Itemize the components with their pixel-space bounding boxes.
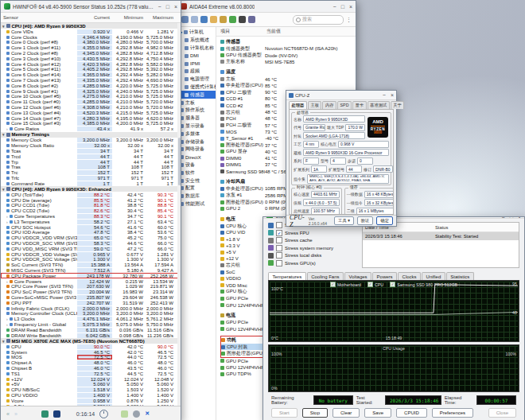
tab-cooling-fans[interactable]: Cooling Fans	[307, 272, 344, 280]
hwinfo-titlebar[interactable]: HWiNFO® 64 v8.40-5900 Sensor Status 10.2…	[1, 1, 181, 13]
stress-option[interactable]: Stress GPU(s)	[268, 260, 357, 266]
sidebar-item-便携式计算机[interactable]: 便携式计算机	[177, 84, 216, 91]
tab-基准测试[interactable]: 基准测试	[368, 101, 390, 109]
sensor-row[interactable]: CPU Die (average)85.5 °C41.2 °C90.1 °C	[1, 197, 181, 203]
sidebar-item-软件[interactable]: 软件	[177, 169, 216, 177]
sensor-row[interactable]: Command Rate1 T1 T1 T	[1, 181, 181, 186]
sensor-row[interactable]: 主板名称MSI MS-7E85	[220, 59, 356, 65]
back-icon[interactable]	[181, 16, 189, 23]
sensor-row[interactable]: CPU VDDIO1.400 V1.400 V1.400 V	[1, 393, 181, 399]
sidebar-item-显示设备[interactable]: 显示设备	[177, 122, 216, 130]
sidebar-item-操作系统[interactable]: 操作系统	[177, 107, 216, 115]
sensor-row[interactable]: MOS72.5 °C44.0 °C72.5 °C	[1, 355, 181, 360]
sensor-row[interactable]: TS172.5 °C44.5 °C72.5 °C	[1, 371, 181, 376]
expand-all-icon[interactable]: »	[14, 411, 18, 417]
sensor-row[interactable]: Core Clocks4,346.4 MHz4,190.0 MHz5,725.0…	[1, 34, 181, 40]
sensor-row[interactable]: MISC Current (SVI3 TFN)7.512 A5.180 A9.4…	[1, 268, 181, 274]
legend-item[interactable]: ✓Motherboard	[330, 282, 361, 287]
sensor-row[interactable]: ›L3 Temperatures58.2 °C27.1 °C63.4 °C	[1, 219, 181, 224]
chart-icon[interactable]	[229, 16, 236, 23]
sensor-row[interactable]: ›Core Powers12.424 W0.215 W13.534 W	[1, 278, 181, 284]
tools-button[interactable]: 工具 ▾	[334, 216, 354, 225]
tab-显卡[interactable]: 显卡	[352, 101, 367, 109]
collapse-all-icon[interactable]: «	[6, 411, 10, 417]
sensor-row[interactable]: +5V5.060 V5.050 V5.060 V	[1, 382, 181, 387]
sensor-row[interactable]: CPU VDD_MISC VRM (SVI3 TFN)59.0 °C47.2 °…	[1, 246, 181, 251]
sensor-row[interactable]: CPU IOD Average47.8 °C38.4 °C53.6 °C	[1, 230, 181, 235]
sensor-row[interactable]: +12V12.024 V12.024 V12.048 V	[1, 376, 181, 382]
preferences-button[interactable]: Preferences	[432, 408, 473, 418]
collapse-caret-icon[interactable]: ▾	[2, 339, 5, 344]
sensor-row[interactable]: Chipset A48.0 °C46.0 °C48.0 °C	[1, 360, 181, 366]
sensor-row[interactable]: CPU90.0 °C42.0 °C90.0 °C	[1, 344, 181, 349]
sensor-row[interactable]: CPU NB/SoC1.518 V1.503 V1.520 V	[1, 387, 181, 393]
sensor-row[interactable]: SoC Current (SVI3 TFN)15.388 A13.564 A17…	[1, 262, 181, 268]
cpuid-button[interactable]: CPUID	[396, 408, 427, 418]
sensor-row[interactable]: CPU SOC Hotspot54.6 °C41.6 °C60.0 °C	[1, 224, 181, 230]
expand-caret-icon[interactable]: ›	[6, 322, 8, 327]
column-sensor[interactable]: Sensor	[1, 15, 77, 20]
sensor-row[interactable]: CPU (Tctl/Tdie)88.2 °C42.4 °C90.3 °C	[1, 192, 181, 197]
sensor-row[interactable]: CPU VDDCR_VDD VRM (SVI3 TFN)65.0 °C45.2 …	[1, 235, 181, 241]
sidebar-item-DMI[interactable]: DMI	[177, 52, 216, 60]
legend-item[interactable]: ✓CPU	[368, 282, 383, 287]
sensor-row[interactable]: System46.5 °C42.0 °C46.5 °C	[1, 349, 181, 355]
aida64-titlebar[interactable]: AIDA64 Extreme v8.00.8000 − □ ×	[177, 1, 356, 13]
stress-option[interactable]: ✓Stress FPU	[268, 230, 357, 236]
collapse-caret-icon[interactable]: ▾	[2, 24, 5, 29]
sensor-row[interactable]: CPU Core Power (SVI3 TFN)207.630 W1.029 …	[1, 284, 181, 290]
sensor-row[interactable]: Core 5 Clock (perf #11)4,405.2 MHz4,292.…	[1, 67, 181, 72]
sensor-row[interactable]: Core 9 Clock (perf #1)4,325.0 MHz4,240.0…	[1, 88, 181, 94]
sensor-row[interactable]: Memory Clock Ratio32.00 x32.00 x32.00 x	[1, 143, 181, 149]
sensor-section-row[interactable]: ▾CPU [#0]: AMD Ryzen 9 9950X3D: Enhanced	[1, 186, 181, 192]
sidebar-item-性能测试[interactable]: 性能测试	[177, 200, 216, 208]
sensor-section-row[interactable]: ▾Memory Timings	[1, 132, 181, 138]
forward-icon[interactable]	[191, 16, 198, 23]
sidebar-item-IPMI[interactable]: IPMI	[177, 60, 216, 68]
expand-caret-icon[interactable]: ›	[6, 317, 8, 321]
sensor-row[interactable]: Vcore0.958 V0.876 V1.250 V	[1, 398, 181, 403]
sensor-row[interactable]: Core 12 Clock (perf #6)4,308.0 MHz4,210.…	[1, 105, 181, 111]
stop-button[interactable]: Stop	[302, 408, 328, 418]
column-maximum[interactable]: Maximum	[146, 15, 176, 20]
close-icon[interactable]: ×	[391, 92, 394, 98]
sensor-row[interactable]: Core 2 Clock (perf #8)4,345.0 MHz4,282.8…	[1, 51, 181, 56]
sensor-row[interactable]: Core 14 Clock (perf #7)4,280.3 MHz4,195.…	[1, 115, 181, 121]
sidebar-item-主板[interactable]: 主板	[177, 99, 216, 107]
tab-temperatures[interactable]: Temperatures	[268, 272, 306, 280]
sensor-row[interactable]: Core 1 Clock (perf #11)4,355.0 MHz4,292.…	[1, 45, 181, 51]
report-icon[interactable]	[220, 16, 227, 23]
maximize-icon[interactable]: □	[341, 4, 344, 10]
sensor-row[interactable]: DRAM Read Bandwidth6.131 GB/s0.036 GB/s1…	[1, 327, 181, 332]
sidebar-item-设备[interactable]: 设备	[177, 161, 216, 169]
sensor-row[interactable]: Trcd44 T44 T44 T	[1, 154, 181, 159]
legend-item[interactable]: ✓Samsung SSD 980 PRO 512GB	[390, 282, 457, 287]
sensor-row[interactable]: Tras108 T108 T108 T	[1, 165, 181, 170]
column-minimum[interactable]: Minimum	[112, 15, 146, 20]
sidebar-item-数据库[interactable]: 数据库	[177, 192, 216, 200]
close-icon[interactable]: ×	[174, 4, 177, 10]
folder-icon[interactable]	[210, 16, 217, 23]
checkbox[interactable]: ✓	[276, 230, 282, 236]
checkbox[interactable]	[276, 260, 282, 266]
sidebar-item-存储设备[interactable]: 存储设备	[177, 138, 216, 146]
tab-内存[interactable]: 内存	[322, 101, 336, 109]
sidebar-item-电源管理[interactable]: 电源管理	[177, 76, 216, 84]
sensor-row[interactable]: CPU Package Power243.178 W32.780 W252.26…	[1, 273, 181, 278]
tab-statistics[interactable]: Statistics	[446, 272, 474, 280]
log-row[interactable]: 2026/3/3 15:18:46 Stability Test: Starte…	[363, 232, 519, 240]
search-box[interactable]: 搜索	[293, 15, 344, 25]
sensor-row[interactable]: Core VIDs0.920 V0.466 V1.281 V	[1, 29, 181, 34]
sidebar-item-配置[interactable]: 配置	[177, 185, 216, 192]
sensor-section-row[interactable]: ▾CPU [#0]: AMD Ryzen 9 9950X3D	[1, 23, 181, 29]
legend-checkbox[interactable]: ✓	[330, 282, 336, 287]
checkbox[interactable]	[276, 237, 282, 243]
legend-checkbox[interactable]: ✓	[390, 282, 395, 287]
collapse-caret-icon[interactable]: ▾	[2, 187, 5, 192]
tab-主板[interactable]: 主板	[308, 101, 322, 109]
sidebar-item-服务器[interactable]: 服务器	[177, 115, 216, 122]
sensor-row[interactable]: CPU VDDCR_VDD Voltage (SVI3 TFN)0.965 V0…	[1, 251, 181, 257]
stress-option[interactable]: Stress cache	[268, 237, 357, 243]
scrollbar[interactable]	[177, 23, 181, 406]
sidebar-item-多媒体[interactable]: 多媒体	[177, 130, 216, 138]
